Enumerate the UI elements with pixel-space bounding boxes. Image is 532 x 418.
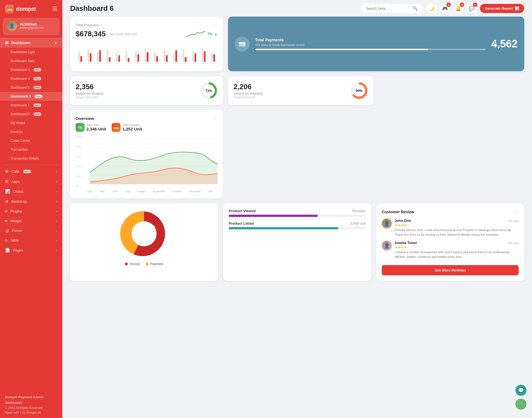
card-dots[interactable]: ··· (213, 22, 218, 28)
cart-float-btn[interactable]: 🛒 (515, 399, 526, 410)
customer-review-card: Customer Review ··· 👤 John Doe 5m ago ★★… (376, 203, 524, 281)
product-viewed-stat: Product Viewed 561/days (229, 209, 365, 217)
plugins-label: Plugins (10, 209, 22, 213)
chevron-right-icon-charts: › (56, 190, 57, 193)
sidebar-item-dashboard-5[interactable]: Dashboard 5 New (0, 83, 62, 92)
bar-gray (107, 49, 108, 62)
reviewer-info-1: John Doe 5m ago ★★★★☆ Friendly service J… (395, 219, 519, 237)
chevron-right-icon-bootstrap: › (56, 200, 57, 203)
sidebar-item-transaction-details[interactable]: Transaction Details (0, 154, 62, 163)
payment-dot (146, 263, 149, 265)
sidebar-footer: Dompet Payment Admin Dashboard © 2023 Al… (0, 391, 62, 418)
total-payment-title: Total Payment (76, 23, 98, 27)
bar-label: 09 (107, 62, 110, 65)
sidebar-item-widget[interactable]: ♥ Widget › (0, 216, 62, 226)
review-dots[interactable]: ··· (515, 209, 519, 215)
review-header: Customer Review ··· (382, 209, 519, 215)
svg-rect-1 (239, 42, 245, 44)
area-chart (76, 135, 218, 188)
dashboard-7-label: Dashboard 7 (11, 103, 30, 107)
dashboard-dark-label: Dashboard Dark (11, 59, 35, 63)
bell-btn[interactable]: 🔔 12 (453, 3, 463, 13)
review-time-2: 10h ago (508, 241, 519, 245)
sidebar-item-forms[interactable]: 🖨 Forms › (0, 226, 62, 235)
badge-new-d8: New (34, 112, 42, 116)
sidebar-item-dashboard-8[interactable]: Dashboard 8 New (0, 110, 62, 119)
sidebar-item-bootstrap[interactable]: ★ Bootstrap › (0, 196, 62, 206)
total-payment-amount: $678,345 (76, 30, 106, 38)
legend-sale-info: Total Sale 2,346 Unit (86, 124, 106, 131)
bar-label: 18 (183, 62, 186, 65)
sidebar-item-dashboard-3[interactable]: Dashboard 3 New (0, 65, 62, 74)
bar-gray (192, 51, 194, 62)
bar-red (137, 54, 139, 62)
legend-total-payment: 💳 Total Payment 1,252 Unit (112, 123, 142, 132)
pages-label: Pages (13, 248, 23, 252)
bar-label: 11 (117, 62, 119, 65)
user-info: Hi,William william@gmail.com (20, 22, 44, 29)
chevron-right-icon-widget: › (56, 219, 57, 223)
sidebar-item-dashboard-light[interactable]: Dashboard Light (0, 48, 62, 57)
avatar: 👤 (7, 20, 17, 31)
search-input[interactable] (366, 6, 410, 11)
bar-group-13: 13 (133, 42, 141, 65)
sidebar-item-dashboard-dark[interactable]: Dashboard Dark (0, 57, 62, 65)
see-more-reviews-button[interactable]: See More Reviews (382, 265, 519, 275)
user-email: william@gmail.com (20, 26, 44, 29)
sidebar-item-cms[interactable]: ⚙ CMS New › (0, 166, 62, 176)
dashboard-8-label: Dashboard 8 (11, 112, 30, 116)
product-listed-header: Product Listed 3,456 Unit (229, 221, 365, 225)
total-payments-progress-fill (255, 49, 428, 50)
sidebar-item-dashboard-7[interactable]: Dashboard 7 New (0, 101, 62, 110)
bar-label: 16 (164, 62, 167, 65)
logo[interactable]: 💳 dompet (5, 4, 36, 13)
trend-line: 7% ▲ (186, 30, 218, 38)
sidebar-item-plugins[interactable]: ♥ Plugins › (0, 206, 62, 216)
user-profile[interactable]: 👤 Hi,William william@gmail.com (3, 18, 60, 35)
hamburger-icon[interactable]: ☰ (52, 6, 57, 12)
reviewer-name-1: John Doe (395, 219, 411, 223)
float-buttons: 💬 🛒 (515, 385, 526, 410)
bar-chart: 06 07 08 (76, 41, 218, 65)
bar-group-12: 12 (123, 42, 132, 65)
sidebar-item-invoices[interactable]: Invoices (0, 127, 62, 136)
bar-red (175, 50, 177, 62)
bar-gray (145, 48, 146, 62)
dashboard-3-label: Dashboard 3 (11, 68, 30, 72)
legend-sale-value: 2,346 Unit (86, 127, 106, 131)
generate-report-button[interactable]: Generate Report 📊 (480, 4, 524, 13)
sidebar-item-my-wallet[interactable]: My Wallet (0, 119, 62, 127)
theme-toggle-btn[interactable]: 🌙 (427, 3, 437, 13)
bar-label: 08 (98, 62, 100, 65)
invoice-payment-donut: 90% (350, 82, 368, 99)
sidebar-item-cards-center[interactable]: Cards Center (0, 136, 62, 145)
apps-icon: ⊞ (5, 179, 9, 184)
review-stars-1: ★★★★☆ (395, 223, 519, 227)
sidebar-item-charts[interactable]: 📊 Charts › (0, 186, 62, 196)
bar-red (195, 53, 196, 62)
avatar-img: 👤 (7, 20, 17, 31)
bar-red (185, 57, 186, 62)
bar-red (99, 50, 101, 62)
chat-btn[interactable]: 💬 5 (467, 3, 477, 13)
reviewer-avatar-2: 👤 (382, 241, 392, 251)
pie-chart-container: 62% 38% (76, 209, 213, 259)
widget-label: Widget (10, 219, 21, 223)
games-btn[interactable]: 🎮 2 (440, 3, 450, 13)
support-float-btn[interactable]: 💬 (515, 385, 526, 396)
sidebar-item-dashboard-4[interactable]: Dashboard 4 New (0, 74, 62, 83)
sidebar-item-apps[interactable]: ⊞ Apps › (0, 176, 62, 186)
sidebar-item-dashboard[interactable]: ⊞ Dashboard ▲ (0, 38, 62, 48)
badge-new-cms: New (23, 170, 31, 173)
sidebar-item-transaction[interactable]: Transaction (0, 145, 62, 154)
legend-payment-info: Total Payment 1,252 Unit (122, 124, 142, 131)
sidebar-item-pages[interactable]: 📄 Pages › (0, 245, 62, 255)
overview-dots[interactable]: ··· (213, 116, 218, 121)
topbar-icons: 🌙 🎮 2 🔔 12 💬 5 Generate Report 📊 (427, 3, 524, 13)
sidebar-item-table[interactable]: ≡ Table › (0, 235, 62, 245)
product-listed-stat: Product Listed 3,456 Unit (229, 221, 365, 229)
sidebar-item-dashboard-6[interactable]: Dashboard 6 New (0, 92, 62, 101)
chevron-right-icon-table: › (56, 239, 57, 242)
badge-new-d4: New (34, 77, 42, 80)
menu-divider-1 (4, 165, 58, 165)
